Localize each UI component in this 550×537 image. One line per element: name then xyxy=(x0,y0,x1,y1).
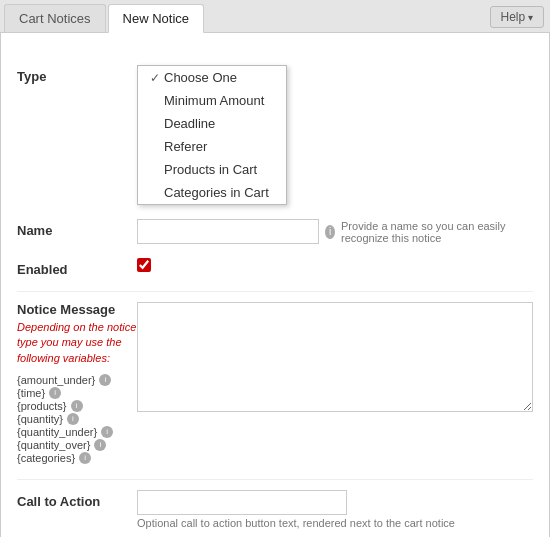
name-label: Name xyxy=(17,219,137,238)
tab-cart-notices[interactable]: Cart Notices xyxy=(4,4,106,32)
var-products-info[interactable]: i xyxy=(71,400,83,412)
type-row: Type Choose One Minimum Amount Deadline … xyxy=(17,65,533,205)
variables-list: {amount_under} i {time} i {products} i {… xyxy=(17,374,137,464)
enabled-field xyxy=(137,258,533,275)
type-field: Choose One Minimum Amount Deadline Refer… xyxy=(137,65,533,205)
name-hint-icon: i xyxy=(325,225,335,239)
type-label: Type xyxy=(17,65,137,84)
divider-2 xyxy=(17,479,533,480)
help-button[interactable]: Help xyxy=(490,6,544,28)
name-input[interactable] xyxy=(137,219,319,244)
var-amount-under-info[interactable]: i xyxy=(99,374,111,386)
var-quantity-over: {quantity_over} i xyxy=(17,439,137,451)
cta-label: Call to Action xyxy=(17,490,137,509)
var-quantity-over-info[interactable]: i xyxy=(94,439,106,451)
type-dropdown-menu: Choose One Minimum Amount Deadline Refer… xyxy=(137,65,287,205)
var-quantity-info[interactable]: i xyxy=(67,413,79,425)
cta-row: Call to Action Optional call to action b… xyxy=(17,490,533,529)
notice-textarea-field xyxy=(137,302,533,415)
cta-field: Optional call to action button text, ren… xyxy=(137,490,533,529)
tab-new-notice[interactable]: New Notice xyxy=(108,4,204,33)
name-row: Name i Provide a name so you can easily … xyxy=(17,219,533,244)
type-option-minimum-amount[interactable]: Minimum Amount xyxy=(138,89,286,112)
name-field: i Provide a name so you can easily recog… xyxy=(137,219,533,244)
enabled-row: Enabled xyxy=(17,258,533,277)
notice-message-subtext: Depending on the notice type you may use… xyxy=(17,320,137,366)
type-dropdown[interactable]: Choose One Minimum Amount Deadline Refer… xyxy=(137,65,287,205)
notice-message-row: Notice Message Depending on the notice t… xyxy=(17,302,533,465)
notice-message-label: Notice Message xyxy=(17,302,137,317)
type-option-choose-one[interactable]: Choose One xyxy=(138,66,286,89)
name-hint: Provide a name so you can easily recogni… xyxy=(341,220,533,244)
enabled-label: Enabled xyxy=(17,258,137,277)
notice-message-label-block: Notice Message Depending on the notice t… xyxy=(17,302,137,465)
name-field-inner: i Provide a name so you can easily recog… xyxy=(137,219,533,244)
type-option-referer[interactable]: Referer xyxy=(138,135,286,158)
var-quantity-under: {quantity_under} i xyxy=(17,426,137,438)
var-categories: {categories} i xyxy=(17,452,137,464)
var-time: {time} i xyxy=(17,387,137,399)
cta-input[interactable] xyxy=(137,490,347,515)
var-time-info[interactable]: i xyxy=(49,387,61,399)
cta-hint: Optional call to action button text, ren… xyxy=(137,517,533,529)
type-option-products-in-cart[interactable]: Products in Cart xyxy=(138,158,286,181)
var-amount-under: {amount_under} i xyxy=(17,374,137,386)
form-content: Type Choose One Minimum Amount Deadline … xyxy=(0,33,550,537)
enabled-checkbox[interactable] xyxy=(137,258,151,272)
type-option-categories-in-cart[interactable]: Categories in Cart xyxy=(138,181,286,204)
var-products: {products} i xyxy=(17,400,137,412)
notice-textarea[interactable] xyxy=(137,302,533,412)
var-quantity: {quantity} i xyxy=(17,413,137,425)
divider-1 xyxy=(17,291,533,292)
tabs-bar: Cart Notices New Notice Help xyxy=(0,0,550,33)
type-option-deadline[interactable]: Deadline xyxy=(138,112,286,135)
var-quantity-under-info[interactable]: i xyxy=(101,426,113,438)
var-categories-info[interactable]: i xyxy=(79,452,91,464)
